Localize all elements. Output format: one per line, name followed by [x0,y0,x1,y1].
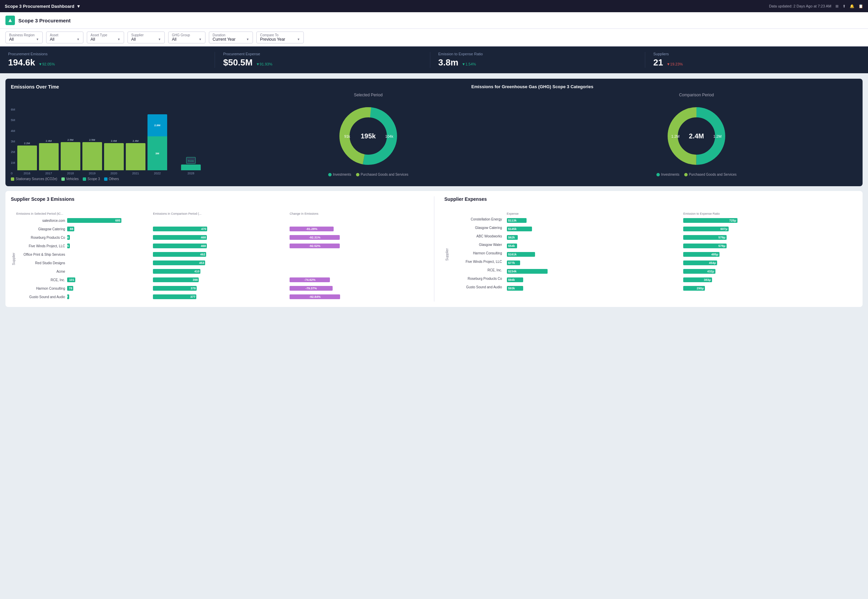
expense-supplier-name: Glasgow Water [450,241,504,248]
filter-compare-to-label: Compare To [260,33,300,37]
kpi-procurement-emissions-change: ▼92.05% [39,62,55,66]
svg-text:1.2M: 1.2M [713,134,722,138]
supplier-row-selected: Roseburg Products Co36 [16,234,150,241]
filter-business-region[interactable]: Business Region All ▼ [5,32,43,44]
supplier-row-selected: Five Winds Project, LLC35 [16,242,150,250]
supplier-row-comparison: 462 [153,251,287,258]
kpi-emission-expense-ratio-value: 3.8m [439,57,458,68]
supplier-row-selected: Glasgow Catering88 [16,225,150,233]
app-logo [5,16,15,25]
expense-bar-row: $113k [507,217,681,224]
data-updated-label: Data updated: 2 Days Ago at 7:23 AM [769,4,831,8]
chart-section: Emissions Over Time 6M 5M 4M 3M 2M 1M 0 [5,79,863,186]
export-icon[interactable]: ⬆ [842,4,845,9]
supplier-row-comparison: 468 [153,234,287,241]
filter-business-region-value: All ▼ [9,37,39,42]
supplier-row-change: -74.62% [290,276,423,284]
top-bar-right: Data updated: 2 Days Ago at 7:23 AM ⊞ ⬆ … [769,4,863,9]
supplier-row-change: -92.31% [290,234,423,241]
filter-duration-value: Current Year ▼ [213,37,249,42]
filter-compare-to-value: Previous Year ▼ [260,37,300,42]
kpi-procurement-emissions: Procurement Emissions 194.6k ▼92.05% [8,52,215,68]
supplier-row-selected: Red Studio Designs [16,259,150,266]
expense-supplier-name: ABC Woodworks [450,232,504,240]
supplier-emissions-title: Supplier Scope 3 Emissions [11,196,424,202]
selected-period-label: Selected Period [354,93,383,97]
ratio-bar-row: 485μ [683,251,857,258]
kpi-procurement-expense-change: ▼91.93% [256,62,272,66]
comparison-period-label: Comparison Period [679,93,714,97]
supplier-row-comparison: 470 [153,225,287,233]
y-axis-6m: 6M [11,108,15,111]
supplier-row-selected: Gusto Sound and Audio27 [16,293,150,301]
main-content: Emissions Over Time 6M 5M 4M 3M 2M 1M 0 [0,73,868,312]
col-expense: Expense $113k$145k$62k$54k$161k$77k$234k… [507,206,681,293]
comparison-period-legend: Investments Purchased Goods and Services [656,173,737,176]
legend-others: Others [104,177,119,181]
svg-text:1.2M: 1.2M [671,134,679,138]
ratio-bar-row: 578μ [683,242,857,250]
clipboard-icon[interactable]: 📋 [859,4,863,9]
filter-ghg-group-value: All ▼ [172,37,202,42]
supplier-expenses-panel: Supplier Expenses Supplier Constellation… [445,196,857,301]
expense-bar-row: $145k [507,225,681,233]
kpi-procurement-expense-value: $50.5M [223,57,252,68]
supplier-row-change [290,251,423,258]
expense-supplier-name: Roseburg Products Co [450,275,504,282]
kpi-suppliers: Suppliers 21 ▼19.23% [645,52,860,68]
kpi-emission-expense-ratio-change: ▼1.54% [462,62,476,66]
legend-vehicles: Vehicles [62,177,79,181]
dashboard-title: Scope 3 Procurement Dashboard [5,4,74,9]
bar-chart-legend: Stationary Sources (tCO2e) Vehicles Scop… [11,177,201,181]
ratio-bar-row: 290μ [683,284,857,292]
supplier-row-comparison [153,217,287,224]
filter-asset-label: Asset [50,33,80,37]
supplier-row-change: -92.52% [290,242,423,250]
filter-asset[interactable]: Asset All ▼ [46,32,83,44]
ratio-bar-row: 432μ [683,268,857,275]
filter-duration[interactable]: Duration Current Year ▼ [209,32,253,44]
supplier-row-change [290,268,423,275]
kpi-procurement-emissions-label: Procurement Emissions [8,52,206,56]
app-title: Scope 3 Procurement [18,18,71,23]
supplier-row-selected: salesforce.com685 [16,217,150,224]
supplier-row-change: -92.84% [290,293,423,301]
y-axis-0: 0 [11,172,15,175]
supplier-emissions-panel: Supplier Scope 3 Emissions Supplier Emis… [11,196,424,301]
kpi-suppliers-label: Suppliers [653,52,852,56]
notification-icon[interactable]: 🔔 [850,4,854,9]
ratio-bar-row: 383μ [683,276,857,284]
kpi-procurement-emissions-value: 194.6k [8,57,35,68]
expense-bar-row: $62k [507,234,681,241]
expense-bar-row: $54k [507,242,681,250]
ratio-bar-row: 454μ [683,259,857,266]
supplier-row-change [290,259,423,266]
fullscreen-icon[interactable]: ⊞ [835,4,838,9]
y-axis-2m: 2M [11,150,15,154]
supplier-expense-axis-label: Supplier [445,248,449,261]
expense-supplier-name: Constellation Energy [450,215,504,223]
filter-asset-type[interactable]: Asset Type All ▼ [87,32,124,44]
col-selected-emissions: Emissions in Selected Period (tC... sale… [16,206,150,301]
kpi-suppliers-value: 21 [653,57,663,68]
supplier-axis-label: Supplier [12,253,16,265]
ratio-bar-row: 607μ [683,225,857,233]
expense-supplier-names: Constellation EnergyGlasgow CateringABC … [450,206,504,293]
filter-ghg-group[interactable]: GHG Group All ▼ [168,32,206,44]
expense-bar-row: $93k [507,284,681,292]
selected-period-legend: Investments Purchased Goods and Services [328,173,408,176]
expense-supplier-name: Harmon Consulting [450,249,504,257]
filter-compare-to[interactable]: Compare To Previous Year ▼ [256,32,304,44]
dashboard-dropdown-icon[interactable]: ▼ [76,4,81,9]
emissions-over-time-panel: Emissions Over Time 6M 5M 4M 3M 2M 1M 0 [11,84,201,181]
selected-period-center-value: 195k [361,132,376,140]
supplier-row-selected: RCE, Inc.101 [16,276,150,284]
filter-supplier-value: All ▼ [131,37,161,42]
filter-supplier[interactable]: Supplier All ▼ [128,32,165,44]
supplier-row-comparison: 398 [153,276,287,284]
svg-text:91k: 91k [344,134,350,138]
comparison-period-center-value: 2.4M [689,132,704,140]
supplier-row-comparison: 468 [153,242,287,250]
kpi-emission-expense-ratio: Emission to Expense Ratio 3.8m ▼1.54% [430,52,645,68]
donut-row: Selected Period 91k 104k 195k [207,93,857,176]
